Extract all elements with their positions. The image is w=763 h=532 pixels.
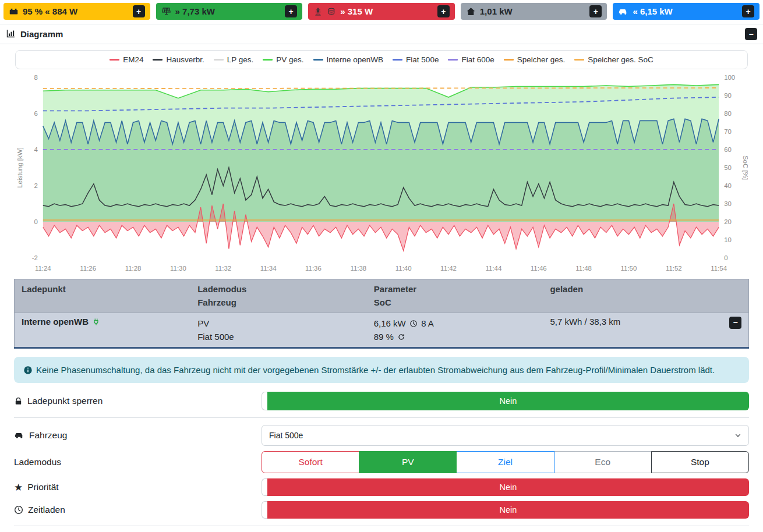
svg-text:0: 0 [34,218,37,225]
info-icon [23,366,33,375]
legend-label: Fiat 600e [461,55,494,64]
svg-text:100: 100 [724,74,735,81]
scheduled-toggle-off-segment[interactable] [262,501,267,519]
alert-text: Keine Phasenumschaltung, da das Fahrzeug… [36,365,715,375]
mode-sofort-button[interactable]: Sofort [262,451,359,473]
col-lademodus-fahrzeug: Lademodus Fahrzeug [190,279,367,313]
svg-text:40: 40 [724,182,732,189]
pv-status-text: » 7,73 kW [175,6,215,16]
chargepoint-status-text: « 6,15 kW [633,6,672,16]
diagram-collapse-button[interactable]: − [745,28,757,40]
svg-text:10: 10 [724,236,732,243]
svg-text:11:34: 11:34 [260,265,277,272]
scheduled-label-group: Zeitladen [14,505,262,515]
mode-pv-button[interactable]: PV [359,451,457,473]
battery-expand-button[interactable]: + [133,5,145,17]
chargepoint-controls: Ladepunkt sperren Nein Fahrzeug Fiat 500… [0,383,763,526]
svg-text:SoC [%]: SoC [%] [742,155,748,180]
coins-icon [327,7,336,16]
svg-text:Leistung [kW]: Leistung [kW] [16,147,23,188]
vehicle-label: Fahrzeug [29,430,67,441]
mode-ziel-button[interactable]: Ziel [456,451,554,473]
legend-item[interactable]: Fiat 500e [393,55,439,64]
legend-swatch [214,59,224,61]
divider [14,526,749,526]
vehicle-select-value: Fiat 500e [269,431,303,440]
svg-text:4: 4 [34,146,38,153]
svg-text:11:28: 11:28 [125,265,142,272]
svg-text:70: 70 [724,128,732,135]
priority-toggle[interactable]: Nein [262,478,749,496]
scheduled-toggle-value[interactable]: Nein [267,501,749,519]
priority-toggle-off-segment[interactable] [262,478,267,496]
legend-item[interactable]: Speicher ges. SoC [574,55,654,64]
grid-expand-button[interactable]: + [437,5,450,17]
battery-status-badge[interactable]: 95 % « 884 W + [3,3,150,20]
legend-swatch [574,59,584,61]
svg-text:6: 6 [34,110,37,117]
scheduled-label: Zeitladen [28,505,65,515]
clock-icon [14,505,23,515]
legend-item[interactable]: Fiat 600e [448,55,494,64]
svg-text:11:24: 11:24 [35,265,51,272]
grid-status-text: » 315 W [340,6,373,16]
svg-text:11:30: 11:30 [170,265,186,272]
legend-label: LP ges. [227,55,254,64]
mode-eco-button[interactable]: Eco [554,451,652,473]
vehicle-select[interactable]: Fiat 500e [262,425,749,446]
car-charging-icon [618,6,628,17]
chargepoint-collapse-button[interactable]: − [729,317,741,329]
legend-item[interactable]: Speicher ges. [504,55,566,64]
chart-section: EM24Hausverbr.LP ges.PV ges.Interne open… [0,44,763,276]
diagram-header: Diagramm − [0,24,763,44]
legend-item[interactable]: Interne openWB [313,55,384,64]
home-status-badge[interactable]: 1,01 kW + [461,3,607,20]
legend-swatch [153,59,163,61]
lock-row: Ladepunkt sperren Nein [14,392,749,410]
chargepoint-mode: PV [197,317,360,330]
legend-item[interactable]: Hausverbr. [153,55,204,64]
svg-text:20: 20 [724,218,732,225]
col-ladepunkt: Ladepunkt [15,279,191,313]
svg-text:11:32: 11:32 [215,265,231,272]
legend-item[interactable]: EM24 [109,55,143,64]
lock-label-group: Ladepunkt sperren [14,396,262,406]
lock-toggle-value[interactable]: Nein [267,392,749,410]
home-status-text: 1,01 kW [480,6,513,16]
svg-text:8: 8 [34,74,37,81]
phase-switch-alert: Keine Phasenumschaltung, da das Fahrzeug… [14,357,749,383]
pv-expand-button[interactable]: + [285,5,297,17]
legend-label: EM24 [123,55,143,64]
legend-item[interactable]: PV ges. [263,55,303,64]
svg-text:11:42: 11:42 [440,265,457,272]
battery-icon [9,6,19,16]
diagram-title: Diagramm [20,29,63,39]
home-expand-button[interactable]: + [589,5,602,17]
chart-legend: EM24Hausverbr.LP ges.PV ges.Interne open… [15,50,748,69]
lock-toggle-off-segment[interactable] [262,392,267,410]
chargepoint-vehicle: Fiat 500e [197,330,360,343]
refresh-icon[interactable] [397,333,405,341]
svg-text:80: 80 [724,110,732,117]
chargepoint-expand-button[interactable]: + [742,5,754,17]
svg-text:11:36: 11:36 [305,265,322,272]
lock-toggle[interactable]: Nein [262,392,749,410]
priority-toggle-value[interactable]: Nein [267,478,749,496]
legend-item[interactable]: LP ges. [214,55,254,64]
scheduled-toggle[interactable]: Nein [262,501,749,519]
chargepoint-row[interactable]: Interne openWB PV Fiat 500e 6,16 kW [15,313,749,348]
svg-text:11:52: 11:52 [666,265,682,272]
vehicle-label-group: Fahrzeug [14,430,262,441]
legend-label: Speicher ges. [517,55,566,64]
priority-row: ★ Priorität Nein [14,478,749,496]
lock-label: Ladepunkt sperren [27,396,103,406]
power-chart[interactable]: 11:2411:2611:2811:3011:3211:3411:3611:38… [15,72,748,276]
grid-status-badge[interactable]: » 315 W + [308,3,455,20]
chargepoint-power: 6,16 kW [374,318,406,328]
mode-stop-button[interactable]: Stop [651,451,749,473]
vehicle-row: Fahrzeug Fiat 500e [14,425,749,446]
pv-status-badge[interactable]: » 7,73 kW + [156,3,303,20]
chevron-down-icon [734,432,741,439]
chargepoint-status-badge[interactable]: « 6,15 kW + [613,3,760,20]
svg-text:60: 60 [724,146,732,153]
